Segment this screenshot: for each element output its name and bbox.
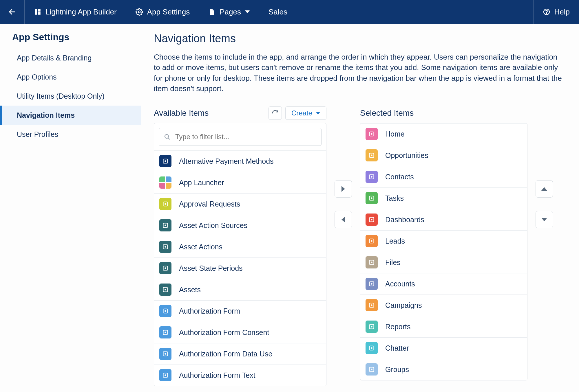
triangle-left-icon — [341, 217, 345, 222]
list-item[interactable]: Contacts — [360, 166, 527, 187]
tile-icon — [159, 219, 171, 231]
list-item[interactable]: Dashboards — [360, 209, 527, 230]
move-right-button[interactable] — [335, 180, 352, 198]
nav-app-settings[interactable]: App Settings — [126, 0, 199, 24]
selected-list[interactable]: HomeOpportunitiesContactsTasksDashboards… — [360, 123, 527, 380]
list-item[interactable]: Authorization Form Consent — [154, 322, 326, 343]
help-icon — [543, 8, 550, 16]
nav-help[interactable]: Help — [534, 0, 579, 24]
available-list[interactable]: Alternative Payment MethodsApp LauncherA… — [154, 150, 326, 386]
triangle-right-icon — [341, 186, 345, 192]
sidebar-item[interactable]: App Details & Branding — [0, 48, 141, 67]
tile-icon — [366, 299, 378, 311]
tile-icon — [366, 214, 378, 226]
create-button[interactable]: Create — [285, 106, 326, 120]
list-item-label: Asset State Periods — [179, 264, 243, 273]
refresh-button[interactable] — [269, 106, 282, 120]
tile-icon — [366, 128, 378, 140]
topbar-spacer — [297, 0, 534, 24]
selected-panel: HomeOpportunitiesContactsTasksDashboards… — [360, 123, 527, 380]
tile-icon — [159, 348, 171, 360]
list-item[interactable]: Groups — [360, 359, 527, 380]
tile-icon — [159, 155, 171, 167]
back-arrow-icon — [8, 8, 16, 16]
chevron-down-icon — [245, 10, 250, 13]
list-item[interactable]: Approval Requests — [154, 193, 326, 215]
list-item[interactable]: Leads — [360, 230, 527, 252]
svg-point-14 — [165, 224, 166, 226]
triangle-down-icon — [541, 218, 547, 221]
list-item[interactable]: Asset State Periods — [154, 257, 326, 279]
list-item[interactable]: Opportunities — [360, 145, 527, 166]
tile-icon — [366, 363, 378, 376]
tile-icon — [366, 321, 378, 333]
list-item[interactable]: Asset Actions — [154, 236, 326, 257]
builder-icon — [34, 8, 41, 16]
svg-rect-1 — [35, 9, 37, 15]
svg-point-28 — [165, 374, 166, 376]
list-item-label: Reports — [385, 323, 411, 331]
list-item[interactable]: Authorization Form Text — [154, 365, 326, 386]
list-item-label: Files — [385, 258, 401, 267]
refresh-icon — [272, 110, 279, 117]
list-item[interactable]: Authorization Form — [154, 300, 326, 322]
nav-label: Pages — [220, 8, 241, 16]
sidebar-item[interactable]: User Profiles — [0, 125, 141, 144]
list-item[interactable]: Reports — [360, 316, 527, 337]
list-item[interactable]: Asset Action Sources — [154, 215, 326, 236]
list-item[interactable]: Assets — [154, 279, 326, 300]
list-item-label: Approval Requests — [179, 200, 240, 208]
list-item[interactable]: Authorization Form Data Use — [154, 343, 326, 365]
list-item[interactable]: Tasks — [360, 187, 527, 209]
svg-point-34 — [371, 176, 372, 178]
svg-point-30 — [371, 133, 372, 135]
list-item-label: Accounts — [385, 280, 415, 288]
nav-lightning-app-builder[interactable]: Lightning App Builder — [25, 0, 126, 24]
list-item-label: Chatter — [385, 344, 409, 352]
svg-point-18 — [165, 267, 166, 269]
context-app-name: Sales — [259, 0, 297, 24]
list-item[interactable]: Chatter — [360, 337, 527, 359]
tile-icon — [366, 256, 378, 268]
sidebar-item[interactable]: App Options — [0, 67, 141, 87]
svg-point-7 — [165, 135, 169, 138]
move-down-button[interactable] — [536, 211, 553, 228]
nav-pages[interactable]: Pages — [199, 0, 259, 24]
list-item-label: Assets — [179, 286, 201, 294]
svg-point-32 — [371, 154, 372, 156]
svg-line-8 — [168, 138, 170, 139]
tile-icon — [159, 305, 171, 317]
sidebar-item[interactable]: Utility Items (Desktop Only) — [0, 87, 141, 106]
sidebar-item[interactable]: Navigation Items — [0, 106, 141, 125]
tile-icon — [159, 326, 171, 338]
nav-label: Help — [554, 8, 570, 16]
sidebar-title: App Settings — [0, 32, 141, 48]
page-icon — [209, 8, 215, 16]
list-item[interactable]: Alternative Payment Methods — [154, 150, 326, 172]
list-item[interactable]: App Launcher — [154, 172, 326, 193]
svg-point-12 — [165, 203, 166, 205]
move-up-button[interactable] — [536, 180, 553, 198]
svg-point-22 — [165, 310, 166, 312]
page-title: Navigation Items — [154, 32, 566, 45]
list-item[interactable]: Accounts — [360, 273, 527, 295]
list-item-label: App Launcher — [179, 178, 224, 187]
gear-icon — [136, 8, 143, 16]
list-item-label: Home — [385, 130, 405, 138]
nav-label: App Settings — [147, 8, 190, 16]
filter-search-box[interactable] — [159, 128, 322, 146]
svg-point-48 — [371, 326, 372, 327]
search-icon — [164, 133, 171, 140]
list-item-label: Authorization Form Text — [179, 371, 255, 380]
move-left-button[interactable] — [335, 211, 352, 228]
list-item[interactable]: Home — [360, 123, 527, 145]
list-item[interactable]: Files — [360, 252, 527, 273]
back-button[interactable] — [0, 0, 25, 24]
list-item-label: Contacts — [385, 173, 414, 181]
list-item-label: Authorization Form Data Use — [179, 350, 272, 358]
tile-icon — [366, 149, 378, 161]
list-item[interactable]: Campaigns — [360, 295, 527, 316]
filter-input[interactable] — [175, 133, 317, 141]
list-item-label: Asset Action Sources — [179, 221, 247, 230]
svg-point-26 — [165, 353, 166, 355]
